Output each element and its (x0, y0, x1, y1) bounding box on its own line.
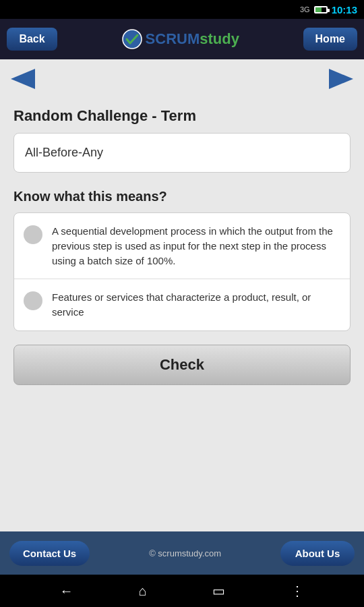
options-list: A sequential development process in whic… (13, 212, 351, 331)
android-home-button[interactable]: ⌂ (131, 579, 155, 603)
check-button-container: Check (13, 345, 351, 396)
signal-indicator: 3G (300, 5, 310, 13)
logo-checkmark-icon (121, 28, 143, 50)
right-arrow-icon (329, 69, 353, 89)
copyright-text: © scrumstudy.com (149, 548, 221, 558)
radio-option-1 (24, 225, 42, 244)
left-arrow-icon (11, 69, 35, 89)
main-content: Random Challenge - Term All-Before-Any K… (0, 100, 364, 531)
option-text-2: Features or services that characterize a… (52, 290, 340, 320)
option-item-2[interactable]: Features or services that characterize a… (14, 279, 350, 330)
android-nav-bar: ← ⌂ ▭ ⋮ (0, 575, 364, 607)
time-display: 10:13 (332, 4, 357, 16)
app-header: Back SCRUMstudy Home (0, 19, 364, 59)
app-logo: SCRUMstudy (121, 28, 239, 50)
about-us-button[interactable]: About Us (280, 541, 355, 566)
back-button[interactable]: Back (7, 28, 57, 51)
challenge-title: Random Challenge - Term (13, 107, 351, 125)
svg-point-0 (123, 30, 142, 49)
prev-arrow-button[interactable] (8, 66, 38, 94)
term-display: All-Before-Any (13, 133, 351, 173)
next-arrow-button[interactable] (326, 66, 356, 94)
check-button[interactable]: Check (13, 345, 351, 385)
radio-option-2 (24, 291, 42, 310)
android-menu-button[interactable]: ⋮ (282, 579, 312, 603)
app-footer: Contact Us © scrumstudy.com About Us (0, 531, 364, 575)
logo-text: SCRUMstudy (146, 30, 239, 48)
battery-icon (314, 6, 328, 13)
option-item-1[interactable]: A sequential development process in whic… (14, 213, 350, 279)
android-recents-button[interactable]: ▭ (204, 579, 233, 603)
svg-marker-2 (329, 69, 353, 89)
home-button[interactable]: Home (303, 28, 357, 51)
contact-us-button[interactable]: Contact Us (9, 541, 90, 566)
status-bar: 3G 10:13 (0, 0, 364, 19)
question-title: Know what this means? (13, 189, 351, 204)
option-text-1: A sequential development process in whic… (52, 224, 340, 268)
nav-arrows-bar (0, 59, 364, 100)
android-back-button[interactable]: ← (52, 579, 82, 603)
svg-marker-1 (11, 69, 35, 89)
